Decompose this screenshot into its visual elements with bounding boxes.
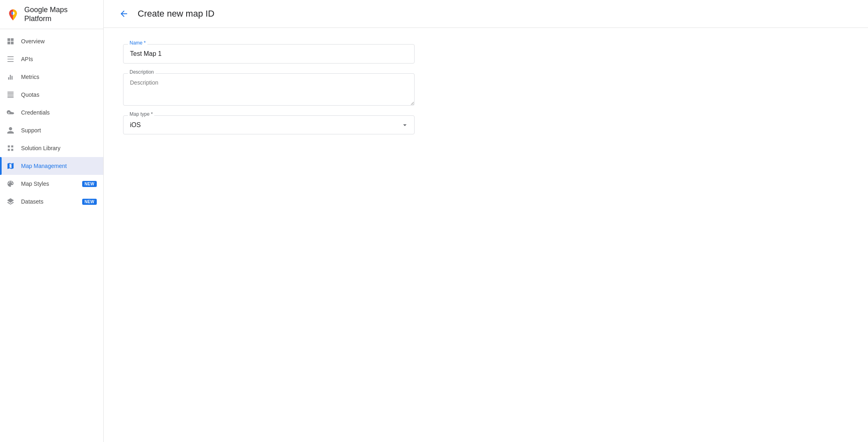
map-type-select-wrapper: JavaScript Android iOS <box>123 115 415 134</box>
page-title: Create new map ID <box>138 8 215 19</box>
map-type-select[interactable]: JavaScript Android iOS <box>123 115 415 134</box>
sidebar: Google Maps Platform Overview APIs Metri… <box>0 0 104 442</box>
palette-icon <box>6 180 15 188</box>
sidebar-header: Google Maps Platform <box>0 0 103 29</box>
sidebar-item-metrics[interactable]: Metrics <box>0 68 103 86</box>
sidebar-item-datasets-label: Datasets <box>21 198 76 205</box>
description-field: Description <box>123 73 432 106</box>
sidebar-item-datasets[interactable]: Datasets NEW <box>0 193 103 210</box>
sidebar-nav: Overview APIs Metrics Quotas <box>0 29 103 442</box>
main-header: Create new map ID <box>104 0 868 28</box>
google-maps-logo <box>6 8 19 21</box>
sidebar-item-support[interactable]: Support <box>0 121 103 139</box>
sidebar-item-apis-label: APIs <box>21 56 97 62</box>
sidebar-item-support-label: Support <box>21 127 97 134</box>
app-title: Google Maps Platform <box>24 6 97 23</box>
sidebar-item-apis[interactable]: APIs <box>0 50 103 68</box>
sidebar-item-map-styles-label: Map Styles <box>21 181 76 187</box>
grid-icon <box>6 37 15 45</box>
sidebar-item-map-management[interactable]: Map Management <box>0 157 103 175</box>
person-icon <box>6 126 15 134</box>
layers-icon <box>6 198 15 206</box>
sidebar-item-map-styles[interactable]: Map Styles NEW <box>0 175 103 193</box>
sidebar-item-quotas[interactable]: Quotas <box>0 86 103 104</box>
sidebar-item-overview[interactable]: Overview <box>0 32 103 50</box>
description-input[interactable] <box>123 73 415 106</box>
description-label: Description <box>128 69 155 75</box>
map-type-field: Map type * JavaScript Android iOS <box>123 115 432 134</box>
datasets-badge: NEW <box>82 199 97 205</box>
apps-icon <box>6 144 15 152</box>
map-type-label: Map type * <box>128 111 154 117</box>
table-icon <box>6 91 15 99</box>
name-field: Name * <box>123 44 432 64</box>
map-icon <box>6 162 15 170</box>
key-icon <box>6 108 15 117</box>
sidebar-item-credentials[interactable]: Credentials <box>0 104 103 121</box>
sidebar-item-credentials-label: Credentials <box>21 109 97 116</box>
sidebar-item-solution-library-label: Solution Library <box>21 145 97 151</box>
sidebar-item-solution-library[interactable]: Solution Library <box>0 139 103 157</box>
name-label: Name * <box>128 40 147 46</box>
form-area: Name * Description Map type * JavaScript… <box>104 28 452 151</box>
sidebar-item-map-management-label: Map Management <box>21 163 97 169</box>
sidebar-item-metrics-label: Metrics <box>21 74 97 80</box>
list-icon <box>6 55 15 63</box>
sidebar-item-overview-label: Overview <box>21 38 97 45</box>
main-content: Create new map ID Name * Description Map… <box>104 0 868 442</box>
back-button[interactable] <box>117 6 131 21</box>
bar-chart-icon <box>6 73 15 81</box>
sidebar-item-quotas-label: Quotas <box>21 91 97 98</box>
name-input[interactable] <box>123 44 415 64</box>
map-styles-badge: NEW <box>82 181 97 187</box>
